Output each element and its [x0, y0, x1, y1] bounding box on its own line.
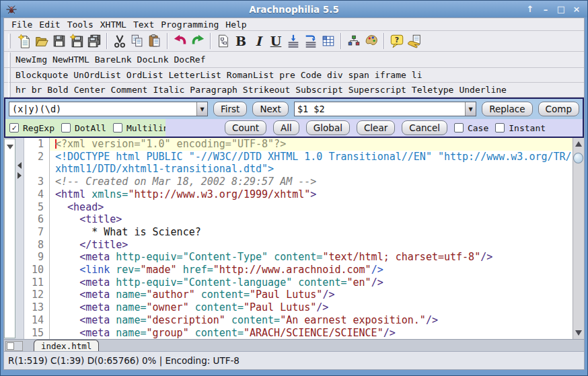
quicktag-span[interactable]: span	[348, 70, 369, 80]
save-all-icon[interactable]	[85, 32, 103, 50]
menu-help[interactable]: Help	[222, 20, 250, 30]
cancel-button[interactable]: Cancel	[402, 120, 447, 135]
line-code[interactable]: <meta name="author" content="Paul Lutus"…	[50, 289, 573, 301]
vertical-scrollbar[interactable]	[573, 138, 584, 339]
quicktag-center[interactable]: Center	[74, 85, 106, 95]
code-editor[interactable]: 1<?xml version="1.0" encoding="UTF-8"?>2…	[24, 138, 573, 339]
quicktag-paragraph[interactable]: Paragraph	[190, 85, 237, 95]
code-line-5[interactable]: 5 <head>	[24, 201, 573, 214]
quicktag-italic[interactable]: Italic	[153, 85, 184, 95]
line-code[interactable]: <meta name="owner" content="Paul Lutus"/…	[50, 301, 573, 314]
minimize-button[interactable]: –	[540, 4, 551, 15]
code-line-11[interactable]: 11 <meta http-equiv="Content-language" c…	[24, 276, 573, 289]
checkbox-box[interactable]: ✓	[9, 123, 19, 133]
quicktag-iframe[interactable]: iframe	[375, 70, 406, 80]
quicktag-letterlist[interactable]: LetterList	[169, 70, 221, 80]
quicktag-underline[interactable]: Underline	[459, 85, 506, 95]
cut-icon[interactable]	[111, 32, 128, 50]
new-file-icon[interactable]	[15, 32, 33, 50]
rollup-button[interactable]: ↑	[525, 4, 536, 15]
quicktag-docref[interactable]: DocRef	[174, 54, 206, 65]
first-button[interactable]: First	[213, 102, 247, 116]
comp-button[interactable]: Comp	[538, 102, 579, 116]
line-code[interactable]: <!-- Created on Mar 18, 2002 8:29:57 AM …	[50, 176, 573, 188]
append-text-icon[interactable]	[302, 32, 320, 50]
menu-file[interactable]: File	[8, 20, 36, 30]
global-button[interactable]: Global	[306, 120, 350, 135]
quicktag-doclnk[interactable]: DocLnk	[137, 54, 169, 65]
redo-icon[interactable]	[189, 32, 207, 50]
quicktag-romanlist[interactable]: RomanList	[227, 70, 274, 80]
code-line-1[interactable]: 1<?xml version="1.0" encoding="UTF-8"?>	[24, 138, 573, 151]
insert-text-icon[interactable]	[285, 32, 302, 50]
line-code[interactable]: <meta name="description" content="An ear…	[50, 314, 573, 327]
checkbox-box[interactable]	[495, 123, 505, 133]
line-code[interactable]: <head>	[50, 201, 573, 214]
menu-programming[interactable]: Programming	[157, 20, 222, 30]
clear-button[interactable]: Clear	[357, 120, 395, 135]
line-code[interactable]: <!DOCTYPE html PUBLIC "-//W3C//DTD XHTML…	[50, 151, 573, 176]
file-tree-pane[interactable]	[4, 139, 15, 338]
italic-icon[interactable]: I	[250, 32, 267, 50]
instant-checkbox[interactable]: Instant	[495, 123, 546, 133]
undo-icon[interactable]	[172, 32, 189, 50]
hand-page-icon[interactable]	[406, 32, 423, 50]
menu-xhtml[interactable]: XHTML	[97, 20, 130, 30]
menu-tools[interactable]: Tools	[64, 20, 97, 30]
code-line-12[interactable]: 12 <meta name="author" content="Paul Lut…	[24, 289, 573, 301]
regexp-checkbox[interactable]: ✓RegExp	[9, 123, 54, 133]
line-code[interactable]: <?xml version="1.0" encoding="UTF-8"?>	[50, 138, 573, 151]
code-line-15[interactable]: 15 <meta name="group" content="ARACH/SCI…	[24, 327, 573, 339]
quicktag-code[interactable]: Code	[301, 70, 322, 80]
code-line-10[interactable]: 10 <link rev="made" href="http://www.ara…	[24, 264, 573, 276]
bold-icon[interactable]: B	[232, 32, 250, 50]
quicktag-hr[interactable]: hr	[15, 85, 26, 95]
table-icon[interactable]	[320, 32, 337, 50]
code-line-2[interactable]: 2<!DOCTYPE html PUBLIC "-//W3C//DTD XHTM…	[24, 151, 573, 176]
quicktag-strikeout[interactable]: Strikeout	[243, 85, 290, 95]
splitter-bar[interactable]	[15, 138, 24, 339]
line-code[interactable]: <meta http-equiv="Content-Type" content=…	[50, 251, 573, 264]
paste-icon[interactable]	[146, 32, 163, 50]
open-file-icon[interactable]	[33, 32, 50, 50]
checkbox-box[interactable]	[61, 123, 71, 133]
save-icon[interactable]	[50, 32, 68, 50]
help-icon[interactable]: ?	[388, 32, 406, 50]
scroll-up-icon[interactable]	[575, 141, 582, 147]
tree-scrollbar-corner[interactable]	[5, 341, 23, 351]
next-button[interactable]: Next	[252, 102, 288, 116]
case-checkbox[interactable]: Case	[454, 123, 488, 133]
quickbar-grip[interactable]	[8, 83, 11, 98]
toolbar-grip[interactable]	[8, 34, 11, 48]
menu-text[interactable]: Text	[130, 20, 157, 30]
quicktag-superscript[interactable]: Superscript	[348, 85, 406, 95]
save-as-icon[interactable]	[68, 32, 85, 50]
line-code[interactable]: <link rev="made" href="http://www.arachn…	[50, 264, 573, 276]
find-dropdown-button[interactable]: ▼	[196, 102, 207, 116]
code-line-13[interactable]: 13 <meta name="owner" content="Paul Lutu…	[24, 301, 573, 314]
checkbox-box[interactable]	[454, 123, 464, 133]
scrollbar-thumb[interactable]	[573, 153, 583, 163]
quicktag-unordlist[interactable]: UnOrdList	[73, 70, 120, 80]
quicktag-teletype[interactable]: Teletype	[412, 85, 454, 95]
close-button[interactable]: ×	[571, 4, 582, 15]
replace-input[interactable]	[295, 102, 465, 116]
quicktag-bold[interactable]: Bold	[47, 85, 68, 95]
sitemap-icon[interactable]	[345, 32, 363, 50]
quicktag-br[interactable]: br	[32, 85, 42, 95]
line-code[interactable]: </title>	[50, 239, 573, 252]
quicktag-comment[interactable]: Comment	[111, 85, 148, 95]
code-line-6[interactable]: 6 <title>	[24, 213, 573, 226]
quicktag-ordlist[interactable]: OrdList	[126, 70, 163, 80]
tab-index.html[interactable]: index.html	[34, 340, 99, 351]
code-line-3[interactable]: 3<!-- Created on Mar 18, 2002 8:29:57 AM…	[24, 176, 573, 188]
scroll-down-icon[interactable]	[575, 330, 582, 336]
menu-edit[interactable]: Edit	[36, 20, 63, 30]
splitter-right-icon[interactable]	[17, 172, 22, 179]
quicktag-subscript[interactable]: Subscript	[295, 85, 342, 95]
line-code[interactable]: * What is Science?	[50, 226, 573, 239]
palette-icon[interactable]	[363, 32, 380, 50]
replace-dropdown-button[interactable]: ▼	[465, 102, 476, 116]
quicktag-barelnk[interactable]: BareLnk	[95, 54, 132, 65]
preview-icon[interactable]	[215, 32, 232, 50]
